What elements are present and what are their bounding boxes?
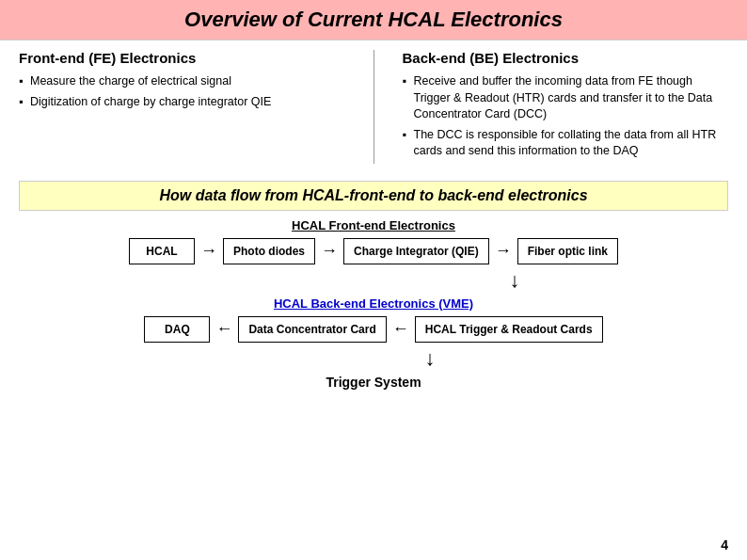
down-arrow-container: ↓ bbox=[19, 268, 728, 293]
fe-section: Front-end (FE) Electronics Measure the c… bbox=[19, 50, 345, 164]
trigger-label: Trigger System bbox=[19, 375, 728, 390]
be-bullets: Receive and buffer the incoming data fro… bbox=[403, 73, 729, 160]
title-text: Overview of Current HCAL Electronics bbox=[184, 8, 563, 31]
be-box-daq: DAQ bbox=[144, 316, 210, 343]
column-divider bbox=[374, 50, 374, 164]
fe-arrow-2: → bbox=[315, 241, 343, 261]
be-diagram-row: DAQ ← Data Concentrator Card ← HCAL Trig… bbox=[19, 316, 728, 343]
page-number: 4 bbox=[721, 537, 728, 552]
be-arrow-right: ← bbox=[387, 319, 415, 339]
fe-bullets: Measure the charge of electrical signal … bbox=[19, 73, 345, 110]
be-section: Back-end (BE) Electronics Receive and bu… bbox=[403, 50, 729, 164]
down-arrow2-container: ↓ bbox=[19, 346, 728, 371]
two-col-section: Front-end (FE) Electronics Measure the c… bbox=[0, 40, 747, 173]
be-diagram-label: HCAL Back-end Electronics (VME) bbox=[19, 296, 728, 311]
be-bullet-2: The DCC is responsible for collating the… bbox=[403, 127, 729, 160]
fe-header: Front-end (FE) Electronics bbox=[19, 50, 345, 66]
be-arrow-left: ← bbox=[210, 319, 238, 339]
be-bullet-1: Receive and buffer the incoming data fro… bbox=[403, 73, 729, 123]
be-box-dcc: Data Concentrator Card bbox=[238, 316, 386, 343]
fe-box-hcal: HCAL bbox=[129, 238, 195, 264]
diagram-section: HCAL Front-end Electronics HCAL → Photo … bbox=[0, 218, 747, 390]
fe-bullet-2: Digitization of charge by charge integra… bbox=[19, 94, 345, 111]
slide-title: Overview of Current HCAL Electronics bbox=[0, 0, 747, 40]
fe-diagram-label: HCAL Front-end Electronics bbox=[19, 218, 728, 232]
fe-bullet-1: Measure the charge of electrical signal bbox=[19, 73, 345, 90]
slide-page: Overview of Current HCAL Electronics Fro… bbox=[0, 0, 747, 560]
down-arrow-icon: ↓ bbox=[510, 268, 520, 293]
fe-arrow-1: → bbox=[195, 241, 223, 261]
down-arrow2-icon: ↓ bbox=[425, 346, 436, 371]
be-header: Back-end (BE) Electronics bbox=[403, 50, 729, 66]
fe-box-fiber: Fiber optic link bbox=[517, 238, 618, 264]
fe-arrow-3: → bbox=[489, 241, 517, 261]
be-box-htr: HCAL Trigger & Readout Cards bbox=[415, 316, 603, 343]
fe-diagram-row: HCAL → Photo diodes → Charge Integrator … bbox=[19, 238, 728, 264]
fe-box-photodiodes: Photo diodes bbox=[223, 238, 315, 264]
fe-box-qie: Charge Integrator (QIE) bbox=[343, 238, 489, 264]
flow-banner: How data flow from HCAL-front-end to bac… bbox=[19, 181, 728, 211]
